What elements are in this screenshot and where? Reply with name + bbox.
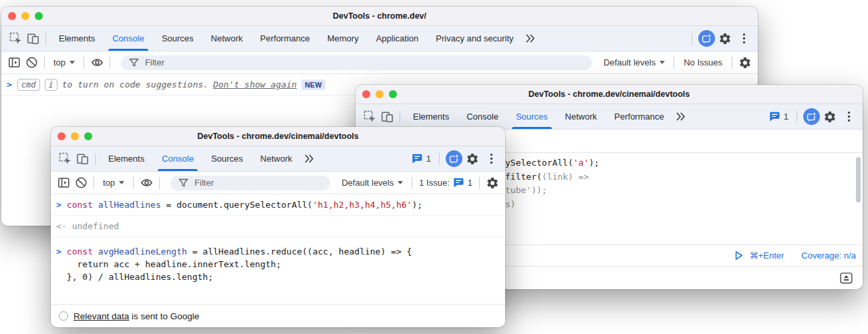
tab-console[interactable]: Console (153, 146, 202, 171)
issues-count: 1 (468, 178, 472, 188)
expand-drawer-icon[interactable] (837, 269, 855, 287)
console-settings-gear-icon[interactable] (736, 54, 754, 71)
titlebar[interactable]: DevTools - chrome.dev/cinemai/devtools (51, 127, 505, 146)
tab-memory[interactable]: Memory (319, 26, 368, 51)
tab-elements[interactable]: Elements (404, 104, 458, 129)
code-token: return acc + headline.innerText.length; (67, 259, 281, 269)
tab-performance[interactable]: Performance (251, 26, 318, 51)
more-options-icon[interactable] (840, 108, 857, 126)
console-input-code: const allHeadlines = document.querySelec… (67, 198, 422, 211)
close-window-button[interactable] (8, 12, 16, 20)
code-token: = document.querySelectorAll( (161, 200, 313, 210)
titlebar[interactable]: DevTools - chrome.dev/cinemai/devtools (355, 85, 863, 104)
close-window-button[interactable] (57, 132, 65, 140)
cmd-keycap: cmd (17, 79, 40, 91)
filter-input[interactable]: Filter (170, 176, 330, 190)
tab-application[interactable]: Application (368, 26, 428, 51)
issues-status[interactable]: No Issues (678, 57, 728, 67)
settings-gear-icon[interactable] (464, 150, 481, 168)
coverage-link[interactable]: Coverage: n/a (801, 251, 856, 261)
more-tabs-icon[interactable] (523, 30, 540, 47)
relevant-data-link[interactable]: Relevant data (74, 311, 129, 321)
tab-elements[interactable]: Elements (50, 26, 104, 51)
result-value: undefined (72, 220, 119, 232)
chevron-down-icon (69, 61, 75, 64)
tab-network[interactable]: Network (252, 146, 301, 171)
clear-console-icon[interactable] (23, 54, 40, 71)
divider (400, 111, 400, 123)
code-token: 'a' (573, 158, 589, 168)
minimize-window-button[interactable] (21, 12, 29, 20)
log-levels-selector[interactable]: Default levels (599, 57, 670, 67)
console-entry: > const allHeadlines = document.querySel… (51, 194, 505, 216)
issues-counter[interactable]: 1 (408, 152, 434, 165)
new-badge: NEW (301, 79, 325, 90)
zoom-window-button[interactable] (389, 90, 397, 98)
tab-performance[interactable]: Performance (605, 104, 672, 129)
device-toolbar-icon[interactable] (74, 150, 91, 168)
divider (797, 111, 797, 123)
tab-elements[interactable]: Elements (100, 146, 153, 171)
divider (479, 177, 480, 189)
i-keycap: i (45, 79, 57, 91)
zoom-window-button[interactable] (84, 132, 92, 140)
console-settings-gear-icon[interactable] (484, 174, 501, 192)
issues-bubble-icon (768, 110, 781, 123)
filter-placeholder: Filter (194, 178, 214, 188)
tab-privacy-and-security[interactable]: Privacy and security (427, 26, 522, 51)
more-options-icon[interactable] (735, 30, 752, 47)
ai-assistant-icon[interactable] (803, 108, 820, 126)
issue-counter[interactable]: 1 Issue: 1 (416, 176, 475, 189)
run-snippet-button[interactable]: ⌘+Enter (732, 249, 784, 262)
console-sidebar-icon[interactable] (5, 54, 23, 71)
settings-gear-icon[interactable] (821, 108, 839, 126)
chevron-down-icon (660, 61, 665, 64)
scrollbar-thumb[interactable] (856, 157, 861, 202)
inspect-element-icon[interactable] (56, 150, 74, 168)
filter-input[interactable]: Filter (121, 55, 592, 70)
inspect-element-icon[interactable] (361, 108, 378, 126)
code-suggestions-hint: cmd i to turn on code suggestions. Don't… (17, 78, 325, 91)
context-selector[interactable]: top (49, 57, 80, 67)
tab-network[interactable]: Network (557, 104, 606, 129)
device-toolbar-icon[interactable] (24, 30, 41, 47)
more-options-icon[interactable] (482, 150, 500, 168)
live-expression-eye-icon[interactable] (138, 174, 155, 192)
console-input-code: const avgHeadlineLength = allHeadlines.r… (67, 245, 412, 283)
device-toolbar-icon[interactable] (378, 108, 396, 126)
more-tabs-icon[interactable] (673, 108, 690, 126)
context-selector[interactable]: top (98, 178, 129, 188)
tab-sources[interactable]: Sources (507, 104, 557, 129)
log-levels-selector[interactable]: Default levels (337, 178, 408, 188)
issues-counter[interactable]: 1 (766, 110, 791, 123)
tab-sources[interactable]: Sources (202, 146, 252, 171)
tab-console[interactable]: Console (458, 104, 507, 129)
settings-gear-icon[interactable] (716, 30, 734, 47)
tab-sources[interactable]: Sources (153, 26, 202, 51)
code-token: 'h1,h2,h3,h4,h5,h6' (313, 200, 412, 210)
more-tabs-icon[interactable] (301, 150, 318, 168)
console-code-line: const avgHeadlineLength = allHeadlines.r… (67, 245, 412, 258)
console-toolbar: top Filter Default levels No Issues (1, 51, 758, 74)
minimize-window-button[interactable] (71, 132, 79, 140)
divider (45, 33, 46, 45)
zoom-window-button[interactable] (35, 12, 43, 20)
console-code-line: return acc + headline.innerText.length; (67, 258, 412, 271)
tab-console[interactable]: Console (104, 26, 153, 51)
tabbar-actions: 1 (766, 108, 857, 126)
ai-assistant-icon[interactable] (445, 150, 462, 168)
titlebar[interactable]: DevTools - chrome.dev/ (1, 7, 758, 26)
close-window-button[interactable] (362, 90, 370, 98)
panel-tabs: ElementsConsoleSourcesNetwork (100, 146, 301, 171)
inspect-element-icon[interactable] (7, 30, 24, 47)
divider (412, 177, 412, 189)
tab-network[interactable]: Network (202, 26, 252, 51)
console-sidebar-icon[interactable] (55, 174, 72, 192)
live-expression-eye-icon[interactable] (88, 54, 106, 71)
code-token: ); (412, 200, 422, 210)
dont-show-again-link[interactable]: Don't show again (213, 78, 297, 91)
minimize-window-button[interactable] (376, 90, 384, 98)
ai-assistant-icon[interactable] (698, 30, 715, 47)
devtools-tabbar: ElementsConsoleSourcesNetworkPerformance… (355, 104, 863, 130)
clear-console-icon[interactable] (72, 174, 90, 192)
